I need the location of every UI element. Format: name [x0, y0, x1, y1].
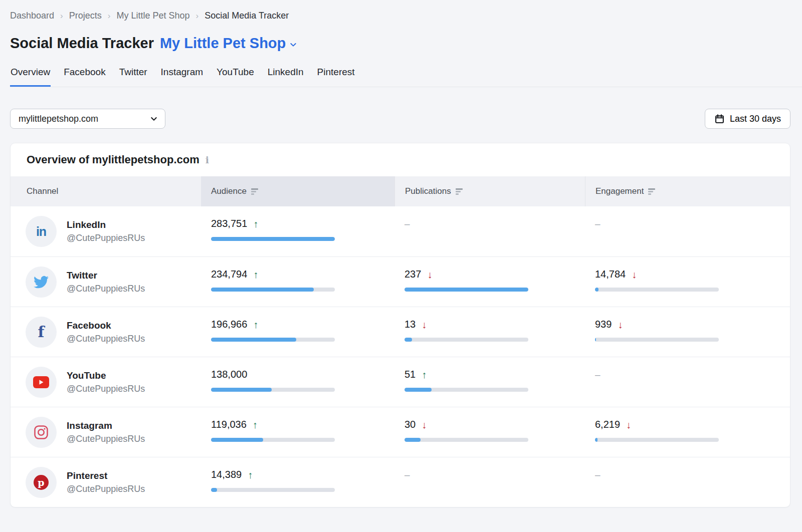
- channel-handle: @CutePuppiesRUs: [67, 233, 145, 243]
- metric-line: 138,000: [211, 368, 394, 381]
- metric-line: –: [405, 217, 585, 230]
- pinterest-icon: p: [26, 467, 57, 498]
- cell-audience: 283,751↑: [201, 206, 394, 256]
- domain-select[interactable]: mylittlepetshop.com: [10, 109, 165, 129]
- trend-down-icon: ↓: [422, 420, 427, 430]
- trend-down-icon: ↓: [632, 270, 637, 280]
- channel-text: LinkedIn@CutePuppiesRUs: [67, 219, 145, 243]
- column-header-audience[interactable]: Audience: [201, 176, 394, 206]
- column-header-label: Publications: [405, 186, 451, 196]
- empty-value-dash: –: [405, 469, 410, 480]
- tab-facebook[interactable]: Facebook: [63, 67, 106, 87]
- channel-name: Twitter: [67, 270, 145, 281]
- progress-bar-fill: [595, 288, 598, 292]
- metric-value: 6,219: [595, 419, 620, 430]
- progress-bar-track: [211, 438, 335, 442]
- info-icon[interactable]: i: [206, 154, 209, 165]
- progress-bar-fill: [211, 237, 335, 241]
- sort-icon: [456, 188, 463, 195]
- column-header-engagement[interactable]: Engagement: [585, 176, 790, 206]
- trend-up-icon: ↑: [253, 270, 258, 280]
- progress-bar-track: [595, 438, 719, 442]
- trend-down-icon: ↓: [618, 320, 623, 330]
- metric-line: 234,794↑: [211, 268, 394, 281]
- breadcrumb-item[interactable]: Social Media Tracker: [205, 11, 289, 21]
- progress-bar-fill: [405, 438, 421, 442]
- column-header-label: Engagement: [595, 186, 644, 196]
- metric-value: 196,966: [211, 319, 247, 330]
- channel-name: YouTube: [67, 370, 145, 381]
- date-range-button[interactable]: Last 30 days: [705, 109, 790, 129]
- cell-publications: 13↓: [394, 307, 585, 357]
- channel-text: Instagram@CutePuppiesRUs: [67, 420, 145, 444]
- tab-youtube[interactable]: YouTube: [216, 67, 255, 87]
- breadcrumb-item[interactable]: Projects: [69, 11, 102, 21]
- metric-line: 283,751↑: [211, 217, 394, 230]
- metric-line: 196,966↑: [211, 318, 394, 331]
- chevron-down-icon: [289, 41, 297, 49]
- cell-publications: 30↓: [394, 407, 585, 457]
- progress-bar-track: [405, 438, 528, 442]
- metric-line: –: [595, 368, 790, 381]
- breadcrumb-item[interactable]: Dashboard: [10, 11, 54, 21]
- table-row-youtube: YouTube@CutePuppiesRUs138,00051↑–: [11, 357, 790, 407]
- metric-value: 237: [405, 269, 421, 280]
- metric-line: 30↓: [405, 418, 585, 431]
- table-body: inLinkedIn@CutePuppiesRUs283,751↑––Twitt…: [11, 206, 790, 507]
- column-header-channel: Channel: [11, 176, 201, 206]
- tab-twitter[interactable]: Twitter: [119, 67, 148, 87]
- domain-select-value: mylittlepetshop.com: [19, 114, 98, 124]
- page: Dashboard›Projects›My Little Pet Shop›So…: [0, 0, 802, 507]
- empty-value-dash: –: [405, 218, 410, 229]
- tab-linkedin[interactable]: LinkedIn: [267, 67, 304, 87]
- progress-bar-track: [595, 338, 719, 342]
- metric-value: 14,784: [595, 269, 626, 280]
- progress-bar-fill: [405, 338, 412, 342]
- channel-text: Pinterest@CutePuppiesRUs: [67, 470, 145, 494]
- cell-channel: pPinterest@CutePuppiesRUs: [11, 457, 201, 507]
- facebook-icon: f: [26, 317, 57, 348]
- chevron-right-icon: ›: [196, 11, 199, 21]
- channel-handle: @CutePuppiesRUs: [67, 484, 145, 494]
- metric-value: 30: [405, 419, 416, 430]
- cell-audience: 14,389↑: [201, 457, 394, 507]
- tab-instagram[interactable]: Instagram: [160, 67, 204, 87]
- progress-bar-track: [595, 288, 719, 292]
- metric-line: 51↑: [405, 368, 585, 381]
- tab-pinterest[interactable]: Pinterest: [317, 67, 355, 87]
- tab-overview[interactable]: Overview: [10, 67, 51, 87]
- channel-text: Facebook@CutePuppiesRUs: [67, 320, 145, 344]
- chevron-right-icon: ›: [108, 11, 111, 21]
- progress-bar-track: [211, 237, 335, 241]
- column-header-label: Audience: [211, 186, 247, 196]
- column-header-label: Channel: [27, 186, 58, 196]
- trend-up-icon: ↑: [253, 420, 258, 430]
- metric-line: –: [595, 468, 790, 481]
- cell-engagement: –: [585, 457, 790, 507]
- sort-icon: [648, 188, 655, 195]
- twitter-icon: [26, 267, 57, 298]
- table-row-pinterest: pPinterest@CutePuppiesRUs14,389↑––: [11, 457, 790, 507]
- metric-line: 14,389↑: [211, 468, 394, 481]
- project-name: My Little Pet Shop: [160, 35, 286, 52]
- metric-line: 14,784↓: [595, 268, 790, 281]
- breadcrumb-item[interactable]: My Little Pet Shop: [116, 11, 189, 21]
- empty-value-dash: –: [595, 369, 600, 380]
- trend-down-icon: ↓: [626, 420, 631, 430]
- metric-line: –: [595, 217, 790, 230]
- metric-line: 237↓: [405, 268, 585, 281]
- progress-bar-track: [211, 338, 335, 342]
- cell-engagement: 939↓: [585, 307, 790, 357]
- cell-audience: 196,966↑: [201, 307, 394, 357]
- page-title: Social Media Tracker My Little Pet Shop: [10, 35, 802, 52]
- empty-value-dash: –: [595, 218, 600, 229]
- channel-name: Facebook: [67, 320, 145, 331]
- column-header-publications[interactable]: Publications: [394, 176, 585, 206]
- metric-value: 14,389: [211, 469, 242, 480]
- filter-row: mylittlepetshop.com Last 30 days: [10, 109, 790, 129]
- instagram-icon: [26, 417, 57, 448]
- cell-channel: Twitter@CutePuppiesRUs: [11, 257, 201, 307]
- cell-publications: –: [394, 457, 585, 507]
- project-picker[interactable]: My Little Pet Shop: [160, 35, 297, 52]
- metric-line: 119,036↑: [211, 418, 394, 431]
